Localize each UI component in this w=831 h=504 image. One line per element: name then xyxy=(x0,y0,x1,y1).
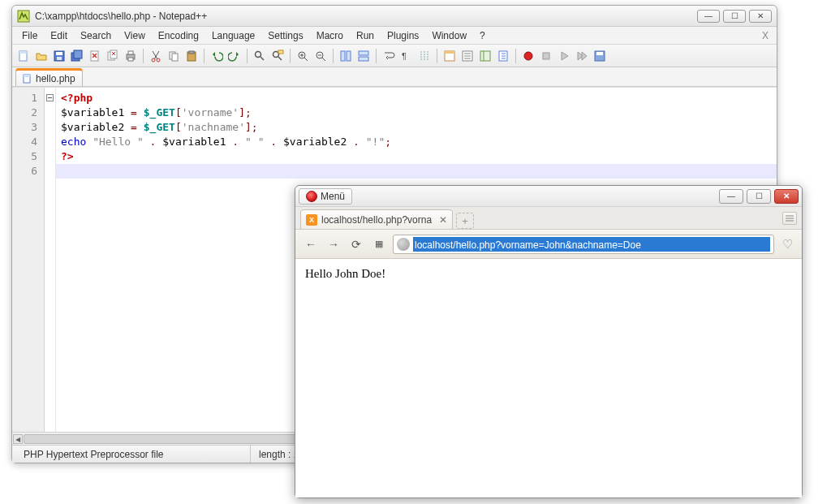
replace-icon[interactable] xyxy=(269,48,286,64)
doc-map-icon[interactable] xyxy=(441,48,458,64)
save-icon[interactable] xyxy=(51,48,67,64)
menu-search[interactable]: Search xyxy=(74,28,118,43)
svg-rect-41 xyxy=(359,57,368,61)
svg-point-58 xyxy=(524,52,532,60)
fold-toggle-icon[interactable] xyxy=(46,94,54,101)
reload-button[interactable]: ⟳ xyxy=(347,235,365,253)
minimize-button[interactable]: — xyxy=(719,189,743,204)
svg-rect-59 xyxy=(543,53,549,59)
url-text[interactable]: localhost/hello.php?vorname=John&nachnam… xyxy=(413,237,770,252)
menu-macro[interactable]: Macro xyxy=(310,28,350,43)
lineno: 6 xyxy=(12,164,44,179)
svg-point-26 xyxy=(256,51,261,57)
code-token: = xyxy=(124,106,143,118)
svg-rect-17 xyxy=(128,58,133,61)
menu-help[interactable]: ? xyxy=(473,28,492,43)
code-token: "!" xyxy=(366,136,385,148)
sync-v-icon[interactable] xyxy=(338,48,354,64)
print-icon[interactable] xyxy=(123,48,139,64)
toolbar-separator xyxy=(247,49,248,63)
undo-icon[interactable] xyxy=(209,48,225,64)
code-token: [ xyxy=(175,106,182,118)
page-content: Hello John Doe! xyxy=(295,259,802,498)
save-all-icon[interactable] xyxy=(69,48,85,64)
sync-h-icon[interactable] xyxy=(355,48,372,64)
address-bar[interactable]: localhost/hello.php?vorname=John&nachnam… xyxy=(393,235,774,254)
tab-title: localhost/hello.php?vorna xyxy=(321,214,432,226)
menu-edit[interactable]: Edit xyxy=(44,28,74,43)
maximize-button[interactable]: ☐ xyxy=(747,189,771,204)
doc-list-icon[interactable] xyxy=(495,48,511,64)
svg-rect-23 xyxy=(172,54,178,61)
paste-icon[interactable] xyxy=(183,48,200,64)
menu-view[interactable]: View xyxy=(118,28,152,43)
close-file-icon[interactable] xyxy=(87,48,103,64)
code-token: $_GET xyxy=(144,121,175,133)
indent-guide-icon[interactable] xyxy=(416,48,433,64)
back-button[interactable]: ← xyxy=(302,235,320,253)
open-file-icon[interactable] xyxy=(33,48,50,64)
find-icon[interactable] xyxy=(252,48,268,64)
code-token: [ xyxy=(175,121,182,133)
browser-tab[interactable]: X localhost/hello.php?vorna ✕ xyxy=(300,209,453,229)
new-file-icon[interactable] xyxy=(15,48,32,64)
menu-language[interactable]: Language xyxy=(205,28,261,43)
close-all-icon[interactable] xyxy=(105,48,121,64)
close-button[interactable]: ✕ xyxy=(749,10,772,23)
macro-stop-icon[interactable] xyxy=(538,48,554,64)
tab-close-icon[interactable]: ✕ xyxy=(439,214,447,226)
toolbar-separator xyxy=(290,49,291,63)
file-icon xyxy=(23,74,32,84)
titlebar[interactable]: C:\xampp\htdocs\hello.php - Notepad++ — … xyxy=(12,6,777,27)
menu-file[interactable]: File xyxy=(15,28,44,43)
folder-panel-icon[interactable] xyxy=(477,48,493,64)
code-token: $variable2 xyxy=(283,136,347,148)
svg-rect-5 xyxy=(57,57,62,60)
code-token: . xyxy=(226,136,245,148)
favicon-icon: X xyxy=(306,214,317,226)
code-token: = xyxy=(124,121,143,133)
copy-icon[interactable] xyxy=(166,48,182,64)
document-tab[interactable]: hello.php xyxy=(15,68,83,86)
minimize-button[interactable]: — xyxy=(697,10,720,23)
wrap-icon[interactable] xyxy=(381,48,397,64)
menubar-close-button[interactable]: X xyxy=(757,30,773,41)
opera-menu-button[interactable]: Menü xyxy=(299,188,352,205)
svg-point-28 xyxy=(273,51,279,57)
scroll-left-icon[interactable]: ◀ xyxy=(13,434,23,444)
speed-dial-button[interactable]: ▦ xyxy=(370,235,388,253)
opera-tabbar: X localhost/hello.php?vorna ✕ + xyxy=(295,207,802,230)
zoom-in-icon[interactable] xyxy=(295,48,311,64)
show-all-chars-icon[interactable]: ¶ xyxy=(398,48,415,64)
opera-titlebar[interactable]: Menü — ☐ ✕ xyxy=(295,186,802,207)
svg-line-27 xyxy=(260,57,264,60)
macro-play-icon[interactable] xyxy=(556,48,572,64)
line-number-gutter: 1 2 3 4 5 6 xyxy=(12,88,45,432)
close-button[interactable]: ✕ xyxy=(774,189,799,204)
bookmark-heart-icon[interactable]: ♡ xyxy=(779,236,795,252)
forward-button[interactable]: → xyxy=(325,235,342,253)
svg-rect-25 xyxy=(189,51,194,54)
menu-settings[interactable]: Settings xyxy=(261,28,309,43)
menu-window[interactable]: Window xyxy=(425,28,473,43)
menu-encoding[interactable]: Encoding xyxy=(152,28,205,43)
menu-run[interactable]: Run xyxy=(350,28,381,43)
code-token: <?php xyxy=(61,92,93,104)
panel-toggle-icon[interactable] xyxy=(782,212,797,225)
maximize-button[interactable]: ☐ xyxy=(723,10,746,23)
zoom-out-icon[interactable] xyxy=(312,48,329,64)
new-tab-button[interactable]: + xyxy=(456,213,474,229)
window-title: C:\xampp\htdocs\hello.php - Notepad++ xyxy=(35,11,697,22)
code-token: ; xyxy=(385,136,391,148)
func-list-icon[interactable] xyxy=(459,48,476,64)
menu-plugins[interactable]: Plugins xyxy=(381,28,425,43)
current-line xyxy=(56,164,777,179)
redo-icon[interactable] xyxy=(226,48,243,64)
macro-playmulti-icon[interactable] xyxy=(574,48,590,64)
svg-rect-63 xyxy=(24,75,30,77)
macro-record-icon[interactable] xyxy=(520,48,536,64)
toolbar-separator xyxy=(333,49,334,63)
macro-save-icon[interactable] xyxy=(592,48,608,64)
svg-rect-16 xyxy=(128,51,133,54)
cut-icon[interactable] xyxy=(148,48,164,64)
